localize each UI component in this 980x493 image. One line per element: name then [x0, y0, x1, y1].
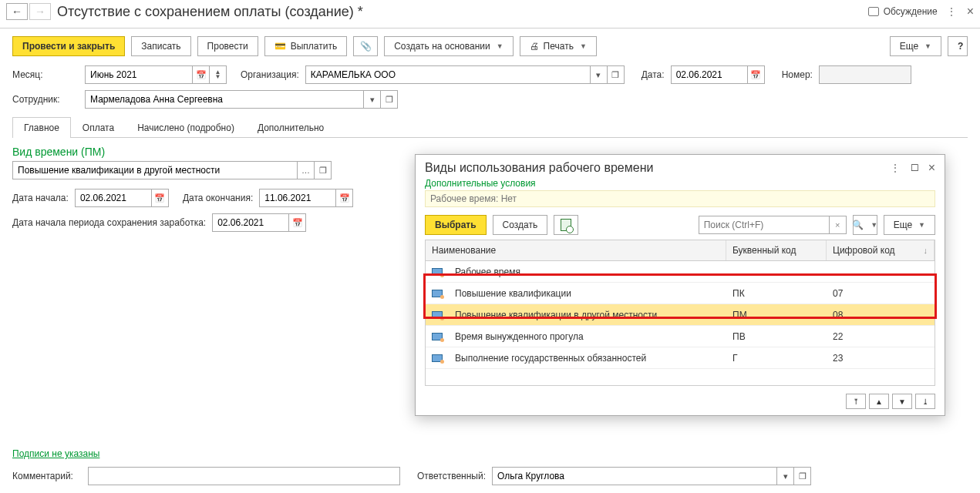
responsible-open-button[interactable]: [794, 467, 811, 485]
more-button[interactable]: Еще▼: [890, 36, 941, 56]
popup-kebab[interactable]: ⋮: [891, 163, 901, 173]
date-label: Дата:: [642, 69, 665, 80]
popup-create-button[interactable]: Создать: [493, 215, 548, 235]
month-calendar-button[interactable]: [193, 65, 210, 84]
end-date-field[interactable]: [259, 189, 336, 207]
row-name: Время вынужденного прогула: [449, 331, 726, 342]
col-num-header[interactable]: Цифровой код: [827, 240, 935, 260]
org-dropdown-button[interactable]: ▾: [591, 65, 608, 84]
period-date-calendar-button[interactable]: [289, 213, 306, 232]
open-icon: [799, 471, 807, 481]
employee-label: Сотрудник:: [12, 94, 79, 105]
tab-accrued[interactable]: Начислено (подробно): [126, 117, 246, 138]
print-icon: [530, 41, 539, 52]
employee-field[interactable]: [85, 90, 364, 109]
row-name: Выполнение государственных обязанностей: [449, 353, 726, 364]
popup-more-button[interactable]: Еще▼: [884, 215, 935, 235]
signatures-link[interactable]: Подписи не указаны: [12, 448, 99, 459]
kebab-menu[interactable]: ⋮: [947, 6, 958, 17]
nav-back-button[interactable]: ←: [6, 3, 28, 20]
start-date-label: Дата начала:: [12, 193, 69, 203]
col-name-header[interactable]: Наименование: [426, 240, 726, 260]
create-based-button[interactable]: Создать на основании▼: [384, 36, 513, 56]
responsible-dropdown-button[interactable]: ▾: [777, 467, 794, 485]
close-button[interactable]: ×: [967, 5, 974, 18]
responsible-label: Ответственный:: [417, 471, 486, 481]
row-num: 08: [827, 310, 935, 320]
popup-extra-conditions[interactable]: Дополнительные условия: [425, 178, 935, 189]
start-date-field[interactable]: [75, 189, 152, 207]
period-date-field[interactable]: [212, 213, 289, 232]
row-icon: [426, 268, 449, 276]
end-date-calendar-button[interactable]: [336, 189, 353, 207]
popup-doc-button[interactable]: [554, 215, 578, 235]
table-row[interactable]: Выполнение государственных обязанностейГ…: [426, 347, 935, 369]
month-stepper[interactable]: ▲▼: [210, 65, 227, 84]
comment-label: Комментарий:: [12, 471, 82, 481]
prev-record-button[interactable]: ▲: [869, 394, 889, 409]
popup-title: Виды использования рабочего времени: [425, 161, 891, 175]
popup-select-button[interactable]: Выбрать: [425, 215, 487, 235]
last-record-button[interactable]: ⤓: [915, 394, 935, 409]
post-and-close-button[interactable]: Провести и закрыть: [12, 36, 125, 56]
row-name: Повышение квалификации в другой местност…: [449, 310, 726, 320]
row-name: Рабочее время: [449, 267, 726, 277]
calendar-icon: [339, 193, 350, 203]
period-date-label: Дата начала периода сохранения заработка…: [12, 217, 206, 228]
print-button[interactable]: Печать▼: [520, 36, 597, 56]
number-field[interactable]: [819, 65, 911, 84]
date-field[interactable]: [671, 65, 748, 84]
next-record-button[interactable]: ▼: [892, 394, 912, 409]
attach-button[interactable]: [353, 36, 378, 56]
row-code: ПМ: [726, 310, 827, 320]
org-field[interactable]: [305, 65, 591, 84]
row-num: 23: [827, 353, 935, 364]
popup-maximize-button[interactable]: [911, 163, 919, 173]
row-icon: [426, 333, 449, 340]
org-label: Организация:: [241, 69, 299, 80]
time-type-choose-button[interactable]: [298, 161, 315, 179]
popup-close-button[interactable]: ×: [928, 161, 935, 175]
table-row[interactable]: Рабочее время: [426, 261, 935, 283]
employee-dropdown-button[interactable]: ▾: [364, 90, 381, 109]
table-row[interactable]: Повышение квалификацииПК07: [426, 283, 935, 304]
discuss-button[interactable]: Обсуждение: [868, 6, 938, 17]
date-calendar-button[interactable]: [748, 65, 765, 84]
time-type-field[interactable]: [12, 161, 298, 179]
row-num: 22: [827, 331, 935, 342]
org-open-button[interactable]: [608, 65, 625, 84]
row-icon: [426, 311, 449, 319]
popup-search-clear[interactable]: [830, 216, 847, 234]
month-field[interactable]: [85, 65, 193, 84]
popup-search-button[interactable]: ▼: [853, 215, 877, 235]
end-date-label: Дата окончания:: [183, 193, 253, 203]
calendar-icon: [154, 193, 165, 203]
row-code: ПК: [726, 288, 827, 299]
open-icon: [611, 70, 619, 80]
first-record-button[interactable]: ⤒: [846, 394, 866, 409]
row-icon: [426, 290, 449, 297]
pay-icon: [274, 41, 286, 52]
tab-pay[interactable]: Оплата: [71, 117, 126, 138]
clip-icon: [360, 41, 372, 52]
employee-open-button[interactable]: [381, 90, 398, 109]
help-button[interactable]: ?: [948, 36, 968, 56]
tab-additional[interactable]: Дополнительно: [246, 117, 335, 138]
popup-search-input[interactable]: [699, 216, 830, 234]
post-button[interactable]: Провести: [197, 36, 258, 56]
table-row[interactable]: Повышение квалификации в другой местност…: [426, 304, 935, 326]
open-icon: [386, 95, 393, 105]
month-label: Месяц:: [12, 69, 79, 80]
nav-forward-button[interactable]: →: [29, 3, 51, 20]
save-button[interactable]: Записать: [131, 36, 190, 56]
col-code-header[interactable]: Буквенный код: [726, 240, 827, 260]
time-types-popup: Виды использования рабочего времени ⋮ × …: [415, 154, 945, 416]
tab-main[interactable]: Главное: [12, 117, 71, 138]
pay-button[interactable]: Выплатить: [264, 36, 348, 56]
start-date-calendar-button[interactable]: [152, 189, 169, 207]
time-type-open-button[interactable]: [315, 161, 332, 179]
comment-field[interactable]: [88, 467, 400, 485]
search-icon: [852, 220, 864, 230]
table-row[interactable]: Время вынужденного прогулаПВ22: [426, 326, 935, 347]
responsible-field[interactable]: [492, 467, 777, 485]
